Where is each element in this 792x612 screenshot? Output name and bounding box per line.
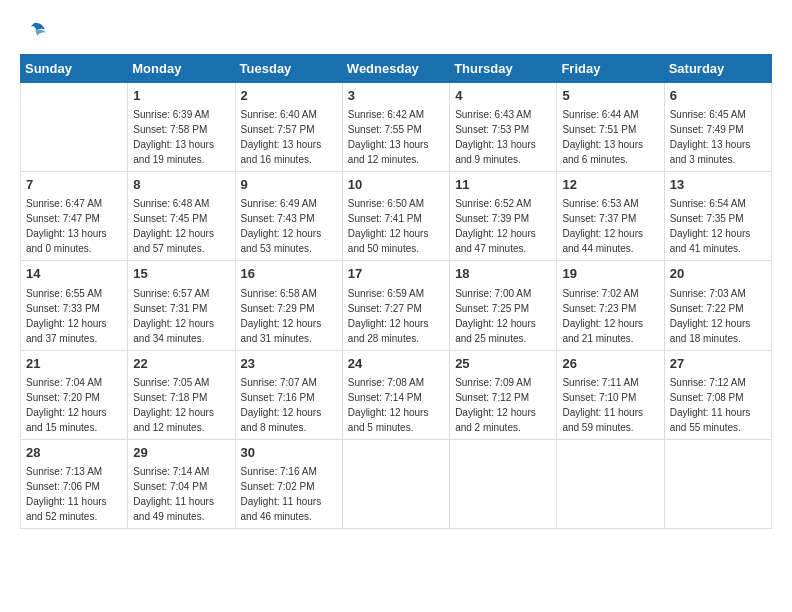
sunset-text: Sunset: 7:43 PM <box>241 213 315 224</box>
daylight-text: Daylight: 12 hours and 31 minutes. <box>241 318 322 344</box>
day-number: 24 <box>348 355 444 373</box>
day-number: 25 <box>455 355 551 373</box>
calendar-cell: 14Sunrise: 6:55 AMSunset: 7:33 PMDayligh… <box>21 261 128 350</box>
calendar-cell: 30Sunrise: 7:16 AMSunset: 7:02 PMDayligh… <box>235 439 342 528</box>
calendar-cell: 17Sunrise: 6:59 AMSunset: 7:27 PMDayligh… <box>342 261 449 350</box>
sunset-text: Sunset: 7:20 PM <box>26 392 100 403</box>
sunrise-text: Sunrise: 7:14 AM <box>133 466 209 477</box>
daylight-text: Daylight: 12 hours and 12 minutes. <box>133 407 214 433</box>
day-number: 12 <box>562 176 658 194</box>
day-number: 29 <box>133 444 229 462</box>
calendar-cell: 7Sunrise: 6:47 AMSunset: 7:47 PMDaylight… <box>21 172 128 261</box>
daylight-text: Daylight: 13 hours and 3 minutes. <box>670 139 751 165</box>
calendar-cell: 20Sunrise: 7:03 AMSunset: 7:22 PMDayligh… <box>664 261 771 350</box>
sunrise-text: Sunrise: 7:11 AM <box>562 377 638 388</box>
daylight-text: Daylight: 13 hours and 0 minutes. <box>26 228 107 254</box>
day-number: 3 <box>348 87 444 105</box>
day-number: 6 <box>670 87 766 105</box>
day-number: 16 <box>241 265 337 283</box>
sunrise-text: Sunrise: 7:13 AM <box>26 466 102 477</box>
day-number: 26 <box>562 355 658 373</box>
daylight-text: Daylight: 12 hours and 8 minutes. <box>241 407 322 433</box>
daylight-text: Daylight: 13 hours and 16 minutes. <box>241 139 322 165</box>
sunset-text: Sunset: 7:39 PM <box>455 213 529 224</box>
day-number: 7 <box>26 176 122 194</box>
daylight-text: Daylight: 11 hours and 49 minutes. <box>133 496 214 522</box>
daylight-text: Daylight: 13 hours and 12 minutes. <box>348 139 429 165</box>
day-header-monday: Monday <box>128 55 235 83</box>
day-header-friday: Friday <box>557 55 664 83</box>
sunrise-text: Sunrise: 6:48 AM <box>133 198 209 209</box>
daylight-text: Daylight: 11 hours and 59 minutes. <box>562 407 643 433</box>
day-number: 20 <box>670 265 766 283</box>
sunset-text: Sunset: 7:31 PM <box>133 303 207 314</box>
sunset-text: Sunset: 7:57 PM <box>241 124 315 135</box>
calendar-cell: 24Sunrise: 7:08 AMSunset: 7:14 PMDayligh… <box>342 350 449 439</box>
sunset-text: Sunset: 7:23 PM <box>562 303 636 314</box>
day-number: 11 <box>455 176 551 194</box>
sunrise-text: Sunrise: 6:53 AM <box>562 198 638 209</box>
sunrise-text: Sunrise: 6:50 AM <box>348 198 424 209</box>
sunrise-text: Sunrise: 6:43 AM <box>455 109 531 120</box>
daylight-text: Daylight: 12 hours and 47 minutes. <box>455 228 536 254</box>
day-number: 2 <box>241 87 337 105</box>
daylight-text: Daylight: 12 hours and 5 minutes. <box>348 407 429 433</box>
calendar-cell <box>21 83 128 172</box>
sunset-text: Sunset: 7:14 PM <box>348 392 422 403</box>
calendar-cell: 27Sunrise: 7:12 AMSunset: 7:08 PMDayligh… <box>664 350 771 439</box>
calendar-cell: 23Sunrise: 7:07 AMSunset: 7:16 PMDayligh… <box>235 350 342 439</box>
day-header-thursday: Thursday <box>450 55 557 83</box>
day-number: 18 <box>455 265 551 283</box>
calendar-week-1: 1Sunrise: 6:39 AMSunset: 7:58 PMDaylight… <box>21 83 772 172</box>
day-number: 10 <box>348 176 444 194</box>
sunset-text: Sunset: 7:49 PM <box>670 124 744 135</box>
calendar-cell: 13Sunrise: 6:54 AMSunset: 7:35 PMDayligh… <box>664 172 771 261</box>
sunrise-text: Sunrise: 7:00 AM <box>455 288 531 299</box>
calendar-cell: 18Sunrise: 7:00 AMSunset: 7:25 PMDayligh… <box>450 261 557 350</box>
calendar-cell <box>664 439 771 528</box>
calendar-cell: 22Sunrise: 7:05 AMSunset: 7:18 PMDayligh… <box>128 350 235 439</box>
day-number: 17 <box>348 265 444 283</box>
calendar-cell: 29Sunrise: 7:14 AMSunset: 7:04 PMDayligh… <box>128 439 235 528</box>
day-header-tuesday: Tuesday <box>235 55 342 83</box>
day-header-sunday: Sunday <box>21 55 128 83</box>
sunrise-text: Sunrise: 6:42 AM <box>348 109 424 120</box>
sunrise-text: Sunrise: 6:55 AM <box>26 288 102 299</box>
sunset-text: Sunset: 7:25 PM <box>455 303 529 314</box>
daylight-text: Daylight: 11 hours and 52 minutes. <box>26 496 107 522</box>
calendar-cell: 26Sunrise: 7:11 AMSunset: 7:10 PMDayligh… <box>557 350 664 439</box>
sunrise-text: Sunrise: 7:03 AM <box>670 288 746 299</box>
sunrise-text: Sunrise: 6:52 AM <box>455 198 531 209</box>
sunrise-text: Sunrise: 6:54 AM <box>670 198 746 209</box>
sunset-text: Sunset: 7:02 PM <box>241 481 315 492</box>
sunset-text: Sunset: 7:45 PM <box>133 213 207 224</box>
calendar-cell <box>557 439 664 528</box>
daylight-text: Daylight: 12 hours and 37 minutes. <box>26 318 107 344</box>
daylight-text: Daylight: 12 hours and 18 minutes. <box>670 318 751 344</box>
daylight-text: Daylight: 13 hours and 6 minutes. <box>562 139 643 165</box>
daylight-text: Daylight: 12 hours and 57 minutes. <box>133 228 214 254</box>
calendar-cell: 8Sunrise: 6:48 AMSunset: 7:45 PMDaylight… <box>128 172 235 261</box>
calendar-cell: 5Sunrise: 6:44 AMSunset: 7:51 PMDaylight… <box>557 83 664 172</box>
daylight-text: Daylight: 11 hours and 55 minutes. <box>670 407 751 433</box>
sunrise-text: Sunrise: 7:09 AM <box>455 377 531 388</box>
sunrise-text: Sunrise: 6:40 AM <box>241 109 317 120</box>
day-number: 9 <box>241 176 337 194</box>
calendar-cell: 2Sunrise: 6:40 AMSunset: 7:57 PMDaylight… <box>235 83 342 172</box>
calendar-week-2: 7Sunrise: 6:47 AMSunset: 7:47 PMDaylight… <box>21 172 772 261</box>
sunrise-text: Sunrise: 6:44 AM <box>562 109 638 120</box>
sunset-text: Sunset: 7:04 PM <box>133 481 207 492</box>
sunrise-text: Sunrise: 7:02 AM <box>562 288 638 299</box>
sunrise-text: Sunrise: 6:59 AM <box>348 288 424 299</box>
sunrise-text: Sunrise: 6:58 AM <box>241 288 317 299</box>
calendar-cell: 12Sunrise: 6:53 AMSunset: 7:37 PMDayligh… <box>557 172 664 261</box>
day-number: 4 <box>455 87 551 105</box>
sunrise-text: Sunrise: 7:04 AM <box>26 377 102 388</box>
day-number: 22 <box>133 355 229 373</box>
calendar-cell: 6Sunrise: 6:45 AMSunset: 7:49 PMDaylight… <box>664 83 771 172</box>
calendar-cell <box>342 439 449 528</box>
sunset-text: Sunset: 7:47 PM <box>26 213 100 224</box>
logo <box>20 20 52 42</box>
daylight-text: Daylight: 12 hours and 53 minutes. <box>241 228 322 254</box>
sunset-text: Sunset: 7:51 PM <box>562 124 636 135</box>
